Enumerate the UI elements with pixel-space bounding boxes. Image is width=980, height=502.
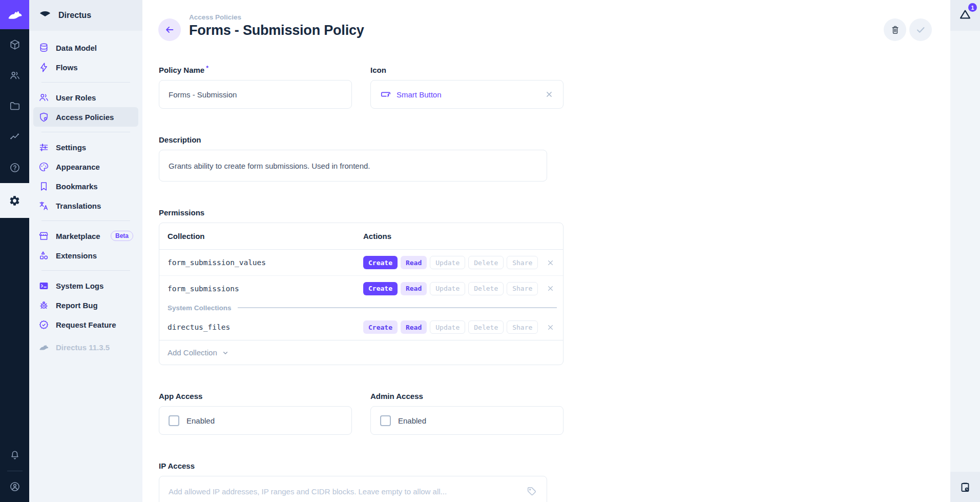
action-chip-delete[interactable]: Delete — [468, 282, 504, 295]
permissions-table-header: Collection Actions — [159, 223, 563, 250]
app-access-field: App Access Enabled — [159, 392, 352, 435]
action-chip-share[interactable]: Share — [507, 282, 538, 295]
icon-label: Icon — [370, 66, 564, 74]
description-input[interactable]: Grants ability to create form submission… — [159, 150, 547, 182]
action-chip-read[interactable]: Read — [401, 256, 427, 269]
sidebar-item-extensions[interactable]: Extensions — [33, 246, 138, 265]
sidebar-item-label: Directus 11.3.5 — [56, 343, 110, 352]
icon-input[interactable]: Smart Button — [370, 80, 564, 109]
smart-button-icon — [380, 89, 391, 100]
gear-icon — [9, 195, 20, 207]
sidebar-item-request-feature[interactable]: Request Feature — [33, 315, 138, 334]
nav-list: Data ModelFlowsUser RolesAccess Policies… — [29, 31, 142, 357]
app-access-checkbox[interactable] — [169, 415, 179, 426]
seal-icon — [38, 319, 49, 330]
delete-button[interactable] — [884, 18, 906, 41]
sidebar-item-system-logs[interactable]: System Logs — [33, 276, 138, 295]
sidebar-item-label: Extensions — [56, 251, 97, 260]
directus-logo[interactable] — [0, 0, 29, 29]
notifications-toggle[interactable]: 1 — [958, 8, 972, 23]
back-button[interactable] — [158, 18, 181, 41]
sidebar-item-label: Data Model — [56, 44, 97, 52]
permissions-table: Collection Actions form_submission_value… — [159, 223, 564, 365]
module-bar-items — [0, 29, 29, 218]
action-chip-read[interactable]: Read — [401, 320, 427, 334]
tag-icon — [526, 486, 537, 497]
remove-collection-button[interactable] — [546, 323, 555, 332]
save-button[interactable] — [909, 18, 932, 41]
module-account[interactable] — [0, 471, 29, 502]
admin-access-toggle[interactable]: Enabled — [370, 406, 564, 435]
bug-icon — [38, 300, 49, 311]
module-file-library[interactable] — [0, 91, 29, 122]
required-marker: * — [206, 65, 208, 74]
bolt-icon — [38, 62, 49, 73]
action-chip-update[interactable]: Update — [430, 282, 465, 295]
sidebar-divider — [41, 82, 130, 83]
permission-row-directus_files: directus_filesCreateReadUpdateDeleteShar… — [159, 314, 563, 340]
sidebar-item-label: System Logs — [56, 282, 103, 290]
breadcrumb[interactable]: Access Policies — [189, 13, 364, 21]
module-bar — [0, 0, 29, 502]
ip-access-input[interactable]: Add allowed IP addresses, IP ranges and … — [159, 476, 547, 502]
admin-access-checkbox[interactable] — [380, 415, 391, 426]
sidebar-item-settings[interactable]: Settings — [33, 137, 138, 157]
action-chip-delete[interactable]: Delete — [468, 320, 504, 334]
action-chip-read[interactable]: Read — [401, 282, 427, 295]
sidebar-item-label: User Roles — [56, 93, 96, 102]
beta-badge: Beta — [111, 231, 133, 241]
action-chip-share[interactable]: Share — [507, 320, 538, 334]
permissions-label: Permissions — [159, 208, 547, 217]
sidebar-item-bookmarks[interactable]: Bookmarks — [33, 176, 138, 196]
ip-access-field: IP Access Add allowed IP addresses, IP r… — [159, 461, 547, 502]
project-header[interactable]: Directus — [29, 0, 142, 31]
module-content[interactable] — [0, 29, 29, 60]
policy-form: Policy Name * Forms - Submission Icon — [142, 41, 547, 502]
rabbit-logo-icon — [7, 7, 23, 23]
module-settings[interactable] — [0, 183, 29, 218]
icon-field: Icon Smart Button — [370, 66, 564, 109]
activity-drawer-toggle[interactable] — [950, 472, 980, 502]
sidebar-item-flows[interactable]: Flows — [33, 57, 138, 77]
nav-sidebar: Directus Data ModelFlowsUser RolesAccess… — [29, 0, 142, 502]
sidebar-item-label: Flows — [56, 63, 78, 72]
action-chip-create[interactable]: Create — [363, 282, 398, 295]
module-user-directory[interactable] — [0, 60, 29, 91]
sidebar-item-label: Bookmarks — [56, 182, 98, 191]
add-collection-button[interactable]: Add Collection — [159, 340, 563, 365]
action-chip-share[interactable]: Share — [507, 256, 538, 269]
sidebar-item-access-policies[interactable]: Access Policies — [33, 107, 138, 127]
module-notifications[interactable] — [0, 440, 29, 471]
module-bar-bottom-items — [0, 440, 29, 502]
module-help[interactable] — [0, 152, 29, 183]
bell-icon — [9, 450, 20, 461]
action-chip-create[interactable]: Create — [363, 256, 398, 269]
sidebar-item-data-model[interactable]: Data Model — [33, 38, 138, 57]
collection-name: form_submission_values — [168, 258, 363, 267]
system-collections-divider: System Collections — [159, 301, 563, 314]
sidebar-divider — [41, 270, 130, 271]
icon-value: Smart Button — [397, 90, 442, 99]
sidebar-item-marketplace[interactable]: MarketplaceBeta — [33, 226, 138, 246]
policy-name-input[interactable]: Forms - Submission — [159, 80, 352, 109]
sidebar-item-user-roles[interactable]: User Roles — [33, 88, 138, 107]
action-chip-update[interactable]: Update — [430, 320, 465, 334]
policy-name-label: Policy Name * — [159, 66, 352, 74]
remove-collection-button[interactable] — [546, 284, 555, 293]
icon-clear-button[interactable] — [545, 90, 554, 99]
action-chip-delete[interactable]: Delete — [468, 256, 504, 269]
action-chip-create[interactable]: Create — [363, 320, 398, 334]
clipboard-clock-icon — [959, 481, 971, 493]
remove-collection-button[interactable] — [546, 258, 555, 267]
tag-button[interactable] — [526, 486, 537, 497]
sidebar-item-report-bug[interactable]: Report Bug — [33, 295, 138, 315]
sidebar-item-translations[interactable]: Translations — [33, 196, 138, 215]
action-chip-update[interactable]: Update — [430, 256, 465, 269]
sidebar-item-appearance[interactable]: Appearance — [33, 157, 138, 176]
module-insights[interactable] — [0, 122, 29, 152]
sidebar-item-label: Appearance — [56, 163, 100, 171]
app-access-toggle[interactable]: Enabled — [159, 406, 352, 435]
system-collections-label: System Collections — [168, 304, 232, 312]
collection-name: directus_files — [168, 323, 363, 331]
terminal-icon — [38, 280, 49, 291]
